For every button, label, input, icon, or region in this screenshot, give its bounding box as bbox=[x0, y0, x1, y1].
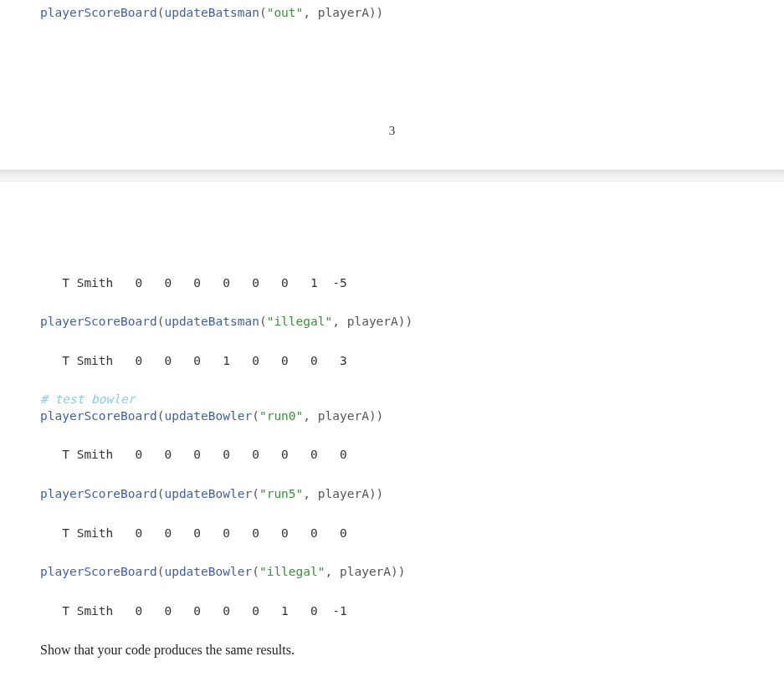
function-name: playerScoreBoard bbox=[40, 6, 157, 19]
string-literal: "out" bbox=[267, 6, 304, 19]
code-line: playerScoreBoard(updateBowler("run0", pl… bbox=[40, 408, 744, 425]
string-literal: "illegal" bbox=[259, 565, 325, 578]
paren: ( bbox=[252, 409, 259, 423]
output-row: T Smith 0 0 0 0 0 1 0 -1 bbox=[40, 603, 744, 620]
string-literal: "illegal" bbox=[267, 315, 333, 328]
function-name: playerScoreBoard bbox=[40, 409, 157, 423]
output-row: T Smith 0 0 0 0 0 0 0 0 bbox=[40, 447, 744, 464]
paren: ( bbox=[259, 315, 267, 328]
output-row: T Smith 0 0 0 1 0 0 0 3 bbox=[40, 353, 744, 370]
page-number: 3 bbox=[40, 124, 744, 138]
prose-instruction: Show that your code produces the same re… bbox=[40, 643, 744, 658]
paren: ( bbox=[252, 565, 259, 578]
code-line: playerScoreBoard(updateBatsman("illegal"… bbox=[40, 314, 744, 331]
function-name: playerScoreBoard bbox=[40, 315, 157, 328]
string-literal: "run0" bbox=[259, 409, 303, 423]
arg-tail: , playerA)) bbox=[325, 565, 406, 578]
arg-tail: , playerA)) bbox=[332, 315, 412, 328]
code-line-top: playerScoreBoard(updateBatsman("out", pl… bbox=[40, 5, 744, 22]
arg-tail: , playerA)) bbox=[303, 487, 383, 500]
code-line: playerScoreBoard(updateBowler("illegal",… bbox=[40, 564, 744, 581]
function-name: playerScoreBoard bbox=[40, 565, 157, 578]
paren: ( bbox=[259, 6, 267, 19]
function-name: updateBatsman bbox=[164, 315, 259, 328]
comment-text: # test bowler bbox=[40, 392, 136, 406]
arg-tail: , playerA)) bbox=[303, 409, 383, 423]
string-literal: "run5" bbox=[259, 487, 303, 500]
arg-tail: , playerA)) bbox=[303, 6, 383, 19]
output-row: T Smith 0 0 0 0 0 0 1 -5 bbox=[40, 275, 744, 292]
page-top-section: playerScoreBoard(updateBatsman("out", pl… bbox=[0, 0, 784, 138]
comment-line: # test bowler bbox=[40, 392, 744, 408]
code-line: playerScoreBoard(updateBowler("run5", pl… bbox=[40, 486, 744, 503]
function-name: updateBowler bbox=[164, 409, 252, 423]
page-body-section: T Smith 0 0 0 0 0 0 1 -5 playerScoreBoar… bbox=[0, 182, 784, 659]
page-break-divider bbox=[0, 170, 784, 182]
output-row: T Smith 0 0 0 0 0 0 0 0 bbox=[40, 526, 744, 542]
function-name: updateBowler bbox=[164, 565, 252, 578]
function-name: playerScoreBoard bbox=[40, 487, 157, 500]
function-name: updateBatsman bbox=[164, 6, 259, 19]
function-name: updateBowler bbox=[164, 487, 252, 500]
code-block: # test bowler playerScoreBoard(updateBow… bbox=[40, 392, 744, 424]
paren: ( bbox=[252, 487, 259, 500]
